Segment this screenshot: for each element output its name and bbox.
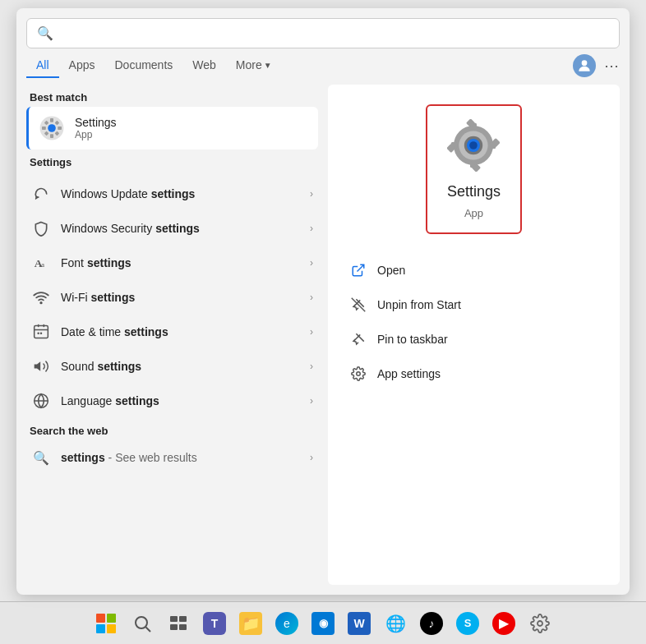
best-match-title: Settings xyxy=(75,116,117,129)
settings-item-label: Date & time settings xyxy=(61,325,300,338)
word-icon: W xyxy=(348,612,371,635)
search-bar: 🔍 settings xyxy=(26,18,620,48)
taskbar-gear[interactable] xyxy=(524,607,556,640)
teams-icon: T xyxy=(203,612,226,635)
app-icon-box: Settings App xyxy=(426,104,522,234)
search-icon xyxy=(132,614,152,633)
skype-icon: S xyxy=(456,612,479,635)
svg-point-37 xyxy=(357,372,361,376)
store-icon: ◉ xyxy=(311,612,335,635)
security-icon xyxy=(31,218,51,238)
font-icon: A a xyxy=(31,253,51,273)
windows-logo-icon xyxy=(96,614,116,633)
web-search-label: settings - See web results xyxy=(61,451,300,464)
svg-rect-3 xyxy=(50,118,53,122)
media-icon: ▶ xyxy=(492,612,515,635)
chevron-right-icon: › xyxy=(310,223,313,234)
search-icon: 🔍 xyxy=(37,25,53,41)
taskbar-edge[interactable]: e xyxy=(270,607,303,640)
taskbar-windows-button[interactable] xyxy=(90,607,122,640)
web-search-icon: 🔍 xyxy=(31,448,51,467)
best-match-subtitle: App xyxy=(75,129,117,140)
svg-point-2 xyxy=(48,124,56,132)
settings-list: Windows Update settings › Windows Securi… xyxy=(26,177,318,418)
datetime-icon xyxy=(31,322,51,342)
svg-rect-6 xyxy=(58,126,62,130)
unpin-icon xyxy=(349,296,367,314)
edge-icon: e xyxy=(275,612,298,635)
taskbar-word[interactable]: W xyxy=(343,607,376,640)
svg-line-36 xyxy=(352,298,366,312)
action-label: Open xyxy=(377,264,405,277)
gear-small-icon xyxy=(349,365,367,383)
settings-item-windows-update[interactable]: Windows Update settings › xyxy=(26,177,318,211)
settings-item-datetime[interactable]: Date & time settings › xyxy=(26,315,318,349)
wifi-icon xyxy=(31,288,51,307)
nav-right: ⋯ xyxy=(573,54,620,77)
svg-marker-20 xyxy=(35,361,41,371)
settings-item-language[interactable]: Language settings › xyxy=(26,384,318,418)
best-match-item[interactable]: Settings App xyxy=(26,107,318,150)
user-avatar[interactable] xyxy=(573,54,596,77)
tab-all[interactable]: All xyxy=(26,53,59,78)
svg-rect-40 xyxy=(170,616,178,622)
web-search-item[interactable]: 🔍 settings - See web results › xyxy=(26,440,318,475)
search-input[interactable]: settings xyxy=(60,26,609,40)
action-app-settings[interactable]: App settings xyxy=(344,357,603,390)
right-panel: Settings App Open xyxy=(328,85,620,585)
tab-documents[interactable]: Documents xyxy=(104,53,182,78)
settings-app-icon-large xyxy=(447,119,500,172)
taskbar-files[interactable]: 📁 xyxy=(234,607,267,640)
settings-item-label: Sound settings xyxy=(61,360,300,373)
chevron-right-icon: › xyxy=(310,292,313,303)
chevron-right-icon: › xyxy=(310,395,313,407)
svg-line-39 xyxy=(146,627,151,632)
settings-item-label: Wi-Fi settings xyxy=(61,291,300,304)
update-icon xyxy=(31,184,51,204)
tab-more[interactable]: More ▼ xyxy=(226,53,282,78)
more-options-icon[interactable]: ⋯ xyxy=(604,57,620,75)
settings-item-sound[interactable]: Sound settings › xyxy=(26,349,318,384)
web-section-label: Search the web xyxy=(26,418,318,440)
taskbar-store[interactable]: ◉ xyxy=(307,607,339,640)
settings-item-windows-security[interactable]: Windows Security settings › xyxy=(26,211,318,246)
taskbar: T 📁 e ◉ W 🌐 ♪ S ▶ xyxy=(0,601,646,644)
action-label: App settings xyxy=(377,367,441,380)
action-pin-taskbar[interactable]: Pin to taskbar xyxy=(344,323,603,356)
open-icon xyxy=(349,261,367,279)
globe-icon: 🌐 xyxy=(384,612,407,635)
action-unpin[interactable]: Unpin from Start xyxy=(344,288,603,321)
settings-item-wifi[interactable]: Wi-Fi settings › xyxy=(26,280,318,315)
taskbar-taskview[interactable] xyxy=(162,607,195,640)
sound-icon xyxy=(31,356,51,376)
action-label: Pin to taskbar xyxy=(377,333,448,346)
svg-point-44 xyxy=(538,621,542,626)
tab-web[interactable]: Web xyxy=(182,53,226,78)
svg-line-35 xyxy=(358,264,364,271)
language-icon xyxy=(31,391,51,411)
settings-item-font[interactable]: A a Font settings › xyxy=(26,246,318,280)
svg-point-13 xyxy=(40,302,42,304)
taskbar-tiktok[interactable]: ♪ xyxy=(415,607,448,640)
app-name: Settings xyxy=(447,183,501,200)
taskbar-skype[interactable]: S xyxy=(451,607,484,640)
settings-item-label: Windows Security settings xyxy=(61,222,300,235)
svg-point-34 xyxy=(470,141,478,150)
taskbar-media[interactable]: ▶ xyxy=(487,607,520,640)
best-match-label: Best match xyxy=(26,85,318,107)
chevron-right-icon: › xyxy=(310,188,313,200)
taskbar-globe[interactable]: 🌐 xyxy=(379,607,412,640)
content-area: Best match xyxy=(16,85,630,595)
action-open[interactable]: Open xyxy=(344,254,603,287)
left-panel: Best match xyxy=(26,85,318,585)
tab-apps[interactable]: Apps xyxy=(59,53,105,78)
taskbar-search[interactable] xyxy=(126,607,159,640)
svg-point-38 xyxy=(136,617,147,628)
tiktok-icon: ♪ xyxy=(420,612,443,635)
right-actions: Open Unpin from Start xyxy=(328,247,620,397)
settings-app-icon-small xyxy=(39,115,65,141)
action-label: Unpin from Start xyxy=(377,298,461,311)
nav-tabs: All Apps Documents Web More ▼ ⋯ xyxy=(16,48,630,78)
svg-text:a: a xyxy=(41,260,44,269)
taskbar-teams[interactable]: T xyxy=(198,607,231,640)
